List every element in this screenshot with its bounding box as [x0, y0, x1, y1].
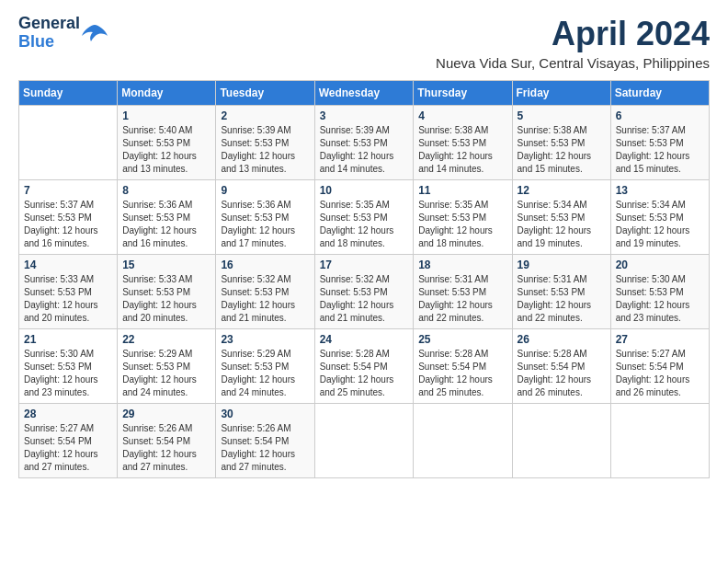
subtitle: Nueva Vida Sur, Central Visayas, Philipp…: [436, 55, 710, 71]
sunrise-text: Sunrise: 5:31 AM: [518, 274, 587, 284]
sunset-text: Sunset: 5:53 PM: [616, 213, 684, 223]
daylight-text: Daylight: 12 hours and 19 minutes.: [518, 225, 592, 248]
day-info: Sunrise: 5:30 AMSunset: 5:53 PMDaylight:…: [24, 348, 112, 399]
sunrise-text: Sunrise: 5:40 AM: [122, 125, 192, 135]
sunset-text: Sunset: 5:53 PM: [320, 138, 388, 148]
daylight-text: Daylight: 12 hours and 24 minutes.: [122, 374, 197, 397]
col-header-monday: Monday: [118, 81, 216, 106]
day-number: 18: [418, 259, 506, 271]
calendar-week-row: 1Sunrise: 5:40 AMSunset: 5:53 PMDaylight…: [19, 106, 710, 180]
calendar-cell: 15Sunrise: 5:33 AMSunset: 5:53 PMDayligh…: [118, 255, 216, 329]
sunset-text: Sunset: 5:53 PM: [518, 138, 586, 148]
day-info: Sunrise: 5:29 AMSunset: 5:53 PMDaylight:…: [122, 348, 210, 399]
day-info: Sunrise: 5:36 AMSunset: 5:53 PMDaylight:…: [221, 199, 309, 250]
calendar-cell: 10Sunrise: 5:35 AMSunset: 5:53 PMDayligh…: [314, 180, 414, 255]
daylight-text: Daylight: 12 hours and 21 minutes.: [221, 300, 295, 323]
sunset-text: Sunset: 5:53 PM: [320, 287, 388, 297]
sunset-text: Sunset: 5:54 PM: [24, 436, 92, 446]
daylight-text: Daylight: 12 hours and 21 minutes.: [320, 300, 394, 323]
day-info: Sunrise: 5:32 AMSunset: 5:53 PMDaylight:…: [320, 273, 409, 325]
day-number: 26: [518, 333, 606, 346]
day-number: 6: [616, 109, 704, 122]
calendar-cell: 12Sunrise: 5:34 AMSunset: 5:53 PMDayligh…: [512, 180, 610, 255]
daylight-text: Daylight: 12 hours and 13 minutes.: [221, 151, 295, 174]
day-info: Sunrise: 5:33 AMSunset: 5:53 PMDaylight:…: [24, 273, 112, 325]
calendar-cell: 22Sunrise: 5:29 AMSunset: 5:53 PMDayligh…: [118, 329, 216, 404]
main-title: April 2024: [436, 15, 710, 53]
calendar-cell: [414, 404, 512, 478]
day-number: 21: [24, 333, 112, 346]
col-header-wednesday: Wednesday: [314, 81, 414, 106]
daylight-text: Daylight: 12 hours and 20 minutes.: [24, 300, 98, 323]
calendar-table: SundayMondayTuesdayWednesdayThursdayFrid…: [18, 80, 710, 478]
calendar-cell: 2Sunrise: 5:39 AMSunset: 5:53 PMDaylight…: [216, 106, 314, 180]
sunrise-text: Sunrise: 5:37 AM: [24, 200, 94, 210]
calendar-cell: 29Sunrise: 5:26 AMSunset: 5:54 PMDayligh…: [118, 404, 216, 478]
calendar-cell: 14Sunrise: 5:33 AMSunset: 5:53 PMDayligh…: [19, 255, 118, 329]
sunrise-text: Sunrise: 5:30 AM: [616, 274, 686, 284]
sunset-text: Sunset: 5:53 PM: [122, 287, 190, 297]
day-number: 13: [616, 184, 704, 197]
calendar-week-row: 7Sunrise: 5:37 AMSunset: 5:53 PMDaylight…: [19, 180, 710, 255]
sunset-text: Sunset: 5:53 PM: [122, 213, 190, 223]
sunset-text: Sunset: 5:53 PM: [122, 362, 190, 372]
calendar-cell: 27Sunrise: 5:27 AMSunset: 5:54 PMDayligh…: [610, 329, 709, 404]
calendar-cell: [314, 404, 414, 478]
calendar-cell: 24Sunrise: 5:28 AMSunset: 5:54 PMDayligh…: [314, 329, 414, 404]
sunrise-text: Sunrise: 5:32 AM: [221, 274, 290, 284]
sunrise-text: Sunrise: 5:37 AM: [616, 125, 686, 135]
sunrise-text: Sunrise: 5:33 AM: [24, 274, 94, 284]
calendar-cell: 19Sunrise: 5:31 AMSunset: 5:53 PMDayligh…: [512, 255, 610, 329]
sunset-text: Sunset: 5:53 PM: [418, 287, 486, 297]
day-number: 22: [122, 333, 210, 346]
col-header-saturday: Saturday: [610, 81, 709, 106]
calendar-cell: 11Sunrise: 5:35 AMSunset: 5:53 PMDayligh…: [414, 180, 512, 255]
day-number: 17: [320, 259, 409, 271]
sunrise-text: Sunrise: 5:29 AM: [221, 349, 290, 359]
logo-bird-icon: [82, 23, 108, 43]
day-number: 3: [320, 109, 409, 122]
day-info: Sunrise: 5:27 AMSunset: 5:54 PMDaylight:…: [616, 348, 704, 399]
daylight-text: Daylight: 12 hours and 22 minutes.: [518, 300, 592, 323]
day-number: 20: [616, 259, 704, 271]
calendar-cell: 26Sunrise: 5:28 AMSunset: 5:54 PMDayligh…: [512, 329, 610, 404]
sunset-text: Sunset: 5:54 PM: [418, 362, 486, 372]
day-number: 5: [518, 109, 606, 122]
page-header: General Blue April 2024 Nueva Vida Sur, …: [18, 15, 710, 71]
sunset-text: Sunset: 5:53 PM: [122, 138, 190, 148]
sunrise-text: Sunrise: 5:34 AM: [518, 200, 587, 210]
day-number: 23: [221, 333, 309, 346]
day-info: Sunrise: 5:33 AMSunset: 5:53 PMDaylight:…: [122, 273, 210, 325]
calendar-cell: 16Sunrise: 5:32 AMSunset: 5:53 PMDayligh…: [216, 255, 314, 329]
calendar-cell: 8Sunrise: 5:36 AMSunset: 5:53 PMDaylight…: [118, 180, 216, 255]
logo: General Blue: [18, 15, 108, 52]
day-info: Sunrise: 5:28 AMSunset: 5:54 PMDaylight:…: [418, 348, 506, 399]
calendar-cell: 17Sunrise: 5:32 AMSunset: 5:53 PMDayligh…: [314, 255, 414, 329]
sunrise-text: Sunrise: 5:26 AM: [122, 423, 192, 433]
calendar-cell: 4Sunrise: 5:38 AMSunset: 5:53 PMDaylight…: [414, 106, 512, 180]
day-number: 12: [518, 184, 606, 197]
day-number: 24: [320, 333, 409, 346]
daylight-text: Daylight: 12 hours and 25 minutes.: [418, 374, 493, 397]
day-info: Sunrise: 5:29 AMSunset: 5:53 PMDaylight:…: [221, 348, 309, 399]
sunrise-text: Sunrise: 5:28 AM: [518, 349, 587, 359]
sunrise-text: Sunrise: 5:38 AM: [518, 125, 587, 135]
calendar-cell: 23Sunrise: 5:29 AMSunset: 5:53 PMDayligh…: [216, 329, 314, 404]
daylight-text: Daylight: 12 hours and 19 minutes.: [616, 225, 690, 248]
daylight-text: Daylight: 12 hours and 16 minutes.: [122, 225, 197, 248]
sunrise-text: Sunrise: 5:26 AM: [221, 423, 290, 433]
day-info: Sunrise: 5:34 AMSunset: 5:53 PMDaylight:…: [616, 199, 704, 250]
daylight-text: Daylight: 12 hours and 27 minutes.: [122, 449, 197, 472]
sunset-text: Sunset: 5:54 PM: [320, 362, 388, 372]
sunrise-text: Sunrise: 5:28 AM: [418, 349, 488, 359]
daylight-text: Daylight: 12 hours and 15 minutes.: [616, 151, 690, 174]
sunset-text: Sunset: 5:53 PM: [24, 362, 92, 372]
calendar-cell: 20Sunrise: 5:30 AMSunset: 5:53 PMDayligh…: [610, 255, 709, 329]
day-info: Sunrise: 5:39 AMSunset: 5:53 PMDaylight:…: [320, 124, 409, 176]
calendar-cell: 3Sunrise: 5:39 AMSunset: 5:53 PMDaylight…: [314, 106, 414, 180]
day-info: Sunrise: 5:35 AMSunset: 5:53 PMDaylight:…: [320, 199, 409, 250]
calendar-cell: 9Sunrise: 5:36 AMSunset: 5:53 PMDaylight…: [216, 180, 314, 255]
day-info: Sunrise: 5:37 AMSunset: 5:53 PMDaylight:…: [24, 199, 112, 250]
daylight-text: Daylight: 12 hours and 23 minutes.: [24, 374, 98, 397]
calendar-week-row: 28Sunrise: 5:27 AMSunset: 5:54 PMDayligh…: [19, 404, 710, 478]
